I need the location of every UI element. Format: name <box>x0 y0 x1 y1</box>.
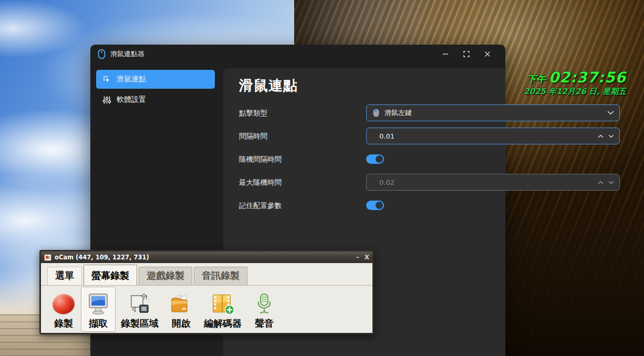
monitor-icon <box>87 292 110 316</box>
ocam-close-button[interactable]: X <box>365 254 369 260</box>
sidebar-item-label: 滑鼠連點 <box>117 75 146 84</box>
spinner-value: 0.02 <box>379 179 598 186</box>
setting-label: 最大隨機時間 <box>239 178 282 186</box>
setting-row-click-type: 點擊類型 滑鼠左鍵 <box>239 104 493 121</box>
tab-menu[interactable]: 選單 <box>47 267 82 285</box>
sliders-icon <box>102 96 111 104</box>
clock-date: 2025 年12月26 日, 星期五 <box>524 87 626 97</box>
ocam-window-title: oCam (447, 109, 1227, 731) <box>55 254 149 261</box>
sidebar-item-mouse-clicker[interactable]: 滑鼠連點 <box>96 70 215 89</box>
open-button[interactable]: 開啟 <box>164 287 199 332</box>
tab-label: 選單 <box>55 270 74 281</box>
tool-label: 擷取 <box>89 317 108 330</box>
tab-label: 螢幕錄製 <box>91 270 129 281</box>
tab-screen-recording[interactable]: 螢幕錄製 <box>84 265 137 286</box>
tool-label: 錄製區域 <box>121 317 159 330</box>
minimize-icon <box>442 51 449 57</box>
tab-label: 音訊錄製 <box>202 270 240 281</box>
ocam-window: oCam (447, 109, 1227, 731) – X 選單 螢幕錄製 遊… <box>39 250 374 334</box>
setting-row-remember-config: 記住配置參數 <box>239 197 493 214</box>
setting-row-random-interval: 隨機間隔時間 <box>239 151 493 167</box>
mouse-left-icon <box>373 109 379 117</box>
spinner-up-icon[interactable] <box>598 181 604 184</box>
setting-label: 記住配置參數 <box>239 201 282 210</box>
ocam-tab-bar: 選單 螢幕錄製 遊戲錄製 音訊錄製 <box>41 263 372 285</box>
clicker-titlebar[interactable]: 滑鼠連點器 <box>90 45 505 64</box>
spinner-down-icon[interactable] <box>608 134 614 138</box>
record-region-button[interactable]: 錄製區域 <box>116 287 164 332</box>
tab-game-recording[interactable]: 遊戲錄製 <box>139 267 192 285</box>
ocam-minimize-button[interactable]: – <box>356 254 359 260</box>
setting-label: 點擊類型 <box>239 109 267 117</box>
tool-label: 編解碼器 <box>204 317 242 330</box>
toggle-knob <box>376 155 383 163</box>
capture-button[interactable]: 擷取 <box>81 287 116 332</box>
sidebar-item-software-settings[interactable]: 軟體設置 <box>96 90 215 109</box>
tab-label: 遊戲錄製 <box>147 270 184 281</box>
random-interval-toggle[interactable] <box>366 154 384 164</box>
close-icon <box>484 51 491 57</box>
resize-region-icon <box>128 292 151 316</box>
remember-config-toggle[interactable] <box>366 201 384 210</box>
ocam-toolbar: 錄製 擷取 <box>41 285 372 333</box>
setting-label: 間隔時間 <box>239 132 267 140</box>
setting-row-max-random: 最大隨機時間 0.02 <box>239 174 493 191</box>
maximize-button[interactable] <box>456 46 477 62</box>
codec-button[interactable]: 編解碼器 <box>199 287 247 332</box>
click-type-dropdown[interactable]: 滑鼠左鍵 <box>366 104 620 121</box>
dropdown-selected-value: 滑鼠左鍵 <box>385 108 607 118</box>
setting-label: 隨機間隔時間 <box>239 155 282 163</box>
minimize-button[interactable] <box>435 46 456 62</box>
cursor-click-icon <box>102 75 111 84</box>
record-button[interactable]: 錄製 <box>46 287 81 332</box>
spinner-up-icon[interactable] <box>598 134 604 138</box>
page-title: 滑鼠連點 <box>239 76 298 95</box>
tool-label: 錄製 <box>54 317 73 330</box>
desktop-clock: 下午02:37:56 2025 年12月26 日, 星期五 <box>524 69 626 97</box>
sidebar-item-label: 軟體設置 <box>117 95 146 104</box>
clock-time-line: 下午02:37:56 <box>524 69 626 86</box>
microphone-icon <box>253 292 276 316</box>
ocam-app-icon <box>44 254 51 261</box>
toggle-knob <box>376 202 383 209</box>
setting-row-interval: 間隔時間 0.01 <box>239 128 493 144</box>
sound-button[interactable]: 聲音 <box>247 287 282 332</box>
folder-icon <box>170 292 193 316</box>
spinner-value: 0.01 <box>379 132 598 140</box>
clock-time: 02:37:56 <box>549 69 626 86</box>
interval-spinner[interactable]: 0.01 <box>366 128 620 144</box>
maximize-icon <box>463 51 470 57</box>
tab-audio-recording[interactable]: 音訊錄製 <box>194 267 247 285</box>
max-random-spinner[interactable]: 0.02 <box>366 174 620 191</box>
codec-icon <box>211 292 235 316</box>
mouse-app-icon <box>98 49 106 59</box>
close-button[interactable] <box>477 46 498 62</box>
window-title: 滑鼠連點器 <box>110 49 144 59</box>
tool-label: 聲音 <box>255 317 274 330</box>
ocam-titlebar[interactable]: oCam (447, 109, 1227, 731) – X <box>41 252 372 263</box>
record-icon <box>51 292 76 315</box>
tool-label: 開啟 <box>172 317 191 330</box>
chevron-down-icon <box>607 111 614 115</box>
clock-meridiem: 下午 <box>527 74 546 85</box>
spinner-down-icon[interactable] <box>608 181 614 184</box>
